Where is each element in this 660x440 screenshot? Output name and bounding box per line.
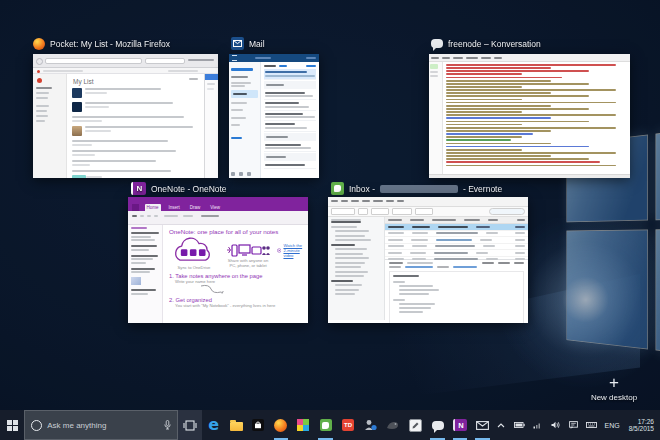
evernote-title-redacted bbox=[380, 185, 458, 193]
taskbar-store-icon[interactable] bbox=[247, 410, 269, 440]
tray-keyboard-icon[interactable] bbox=[584, 422, 599, 428]
thumbnail-firefox[interactable]: My List bbox=[33, 54, 218, 178]
evernote-menu-bar bbox=[328, 197, 528, 207]
window-label-firefox[interactable]: Pocket: My List - Mozilla Firefox bbox=[33, 36, 170, 51]
firefox-icon bbox=[33, 38, 45, 50]
onenote-step2-sub: You start with "My Notebook" - everythin… bbox=[175, 303, 305, 308]
tray-volume-icon[interactable] bbox=[548, 421, 563, 429]
taskbar-file-explorer-icon[interactable] bbox=[225, 410, 247, 440]
tab-draw[interactable]: Draw bbox=[188, 204, 203, 211]
thumbnail-konversation[interactable] bbox=[429, 54, 630, 178]
system-tray: ENG 17:26 8/5/2015 bbox=[494, 410, 660, 440]
thumbnail-onenote[interactable]: Home Insert Draw View OneNote: one place… bbox=[128, 197, 308, 323]
window-label-evernote[interactable]: Inbox - - Evernote bbox=[331, 181, 502, 196]
window-label-onenote[interactable]: N OneNote - OneNote bbox=[131, 181, 227, 196]
pocket-logo bbox=[37, 78, 42, 83]
pocket-icon bbox=[37, 70, 40, 73]
onenote-page-list bbox=[128, 225, 163, 323]
taskbar-photos-app-icon[interactable] bbox=[292, 410, 314, 440]
clock[interactable]: 17:26 8/5/2015 bbox=[626, 418, 657, 433]
microphone-icon[interactable] bbox=[164, 420, 171, 430]
evernote-note-list bbox=[385, 217, 528, 260]
new-desktop-label: New desktop bbox=[582, 393, 646, 402]
tray-date: 8/5/2015 bbox=[629, 425, 654, 433]
windows-logo-icon bbox=[7, 420, 18, 431]
tray-action-center-icon[interactable] bbox=[566, 421, 581, 429]
cortana-search-input[interactable]: Ask me anything bbox=[24, 410, 178, 440]
mail-folder-inbox bbox=[231, 90, 258, 98]
onenote-icon: N bbox=[131, 182, 146, 195]
tab-view[interactable]: View bbox=[208, 204, 222, 211]
search-placeholder: Ask me anything bbox=[47, 421, 106, 430]
back-button-icon bbox=[36, 58, 43, 65]
onenote-window-title: OneNote - OneNote bbox=[151, 184, 227, 194]
plus-icon: + bbox=[582, 376, 646, 390]
tray-network-icon[interactable] bbox=[530, 422, 545, 429]
evernote-toolbar bbox=[328, 207, 528, 217]
konversation-tab-list bbox=[429, 62, 443, 174]
start-button[interactable] bbox=[0, 410, 24, 440]
task-view-button[interactable] bbox=[178, 410, 202, 440]
taskbar-konversation-icon[interactable] bbox=[426, 410, 448, 440]
task-view-icon bbox=[183, 420, 197, 431]
taskbar-evernote-icon[interactable] bbox=[314, 410, 336, 440]
konversation-icon bbox=[431, 39, 443, 48]
onenote-video-link[interactable]: Watch the 2-minute video bbox=[283, 243, 302, 258]
taskbar-dark-app-icon[interactable] bbox=[382, 410, 404, 440]
cortana-icon bbox=[31, 420, 42, 431]
taskbar-firefox-icon[interactable] bbox=[270, 410, 292, 440]
hamburger-icon bbox=[232, 55, 237, 61]
window-label-mail[interactable]: Mail bbox=[231, 36, 265, 51]
new-desktop-button[interactable]: + New desktop bbox=[582, 376, 646, 402]
onenote-page-content: OneNote: one place for all of your notes… bbox=[163, 225, 308, 323]
tray-battery-icon[interactable] bbox=[512, 422, 527, 428]
squiggle-arrow bbox=[199, 284, 225, 296]
mail-title-bar bbox=[229, 54, 319, 62]
konversation-menu-bar bbox=[429, 54, 630, 62]
evernote-title-prefix: Inbox - bbox=[349, 184, 375, 194]
konversation-status-bar bbox=[429, 174, 630, 178]
evernote-note-editor bbox=[385, 260, 528, 323]
evernote-sidebar bbox=[328, 217, 385, 320]
konversation-chat-log bbox=[443, 62, 630, 174]
tray-time: 17:26 bbox=[629, 418, 654, 426]
firefox-toolbar bbox=[33, 54, 218, 68]
evernote-icon bbox=[331, 182, 344, 195]
onenote-sync-label: Sync to OneDrive bbox=[169, 265, 219, 270]
taskbar-edge-icon[interactable]: e bbox=[202, 410, 224, 440]
mail-window-title: Mail bbox=[249, 39, 265, 49]
taskbar-td-app-icon[interactable]: TD bbox=[337, 410, 359, 440]
tab-home[interactable]: Home bbox=[145, 204, 161, 211]
thumbnail-evernote[interactable] bbox=[328, 197, 528, 323]
taskbar-contact-app-icon[interactable] bbox=[359, 410, 381, 440]
firefox-window-title: Pocket: My List - Mozilla Firefox bbox=[50, 39, 170, 49]
taskbar-mail-icon[interactable] bbox=[471, 410, 493, 440]
mail-folder-pane bbox=[229, 62, 261, 178]
tab-insert[interactable]: Insert bbox=[167, 204, 182, 211]
devices-graphic bbox=[226, 242, 270, 258]
onenote-share-label: Share with anyone on PC, phone, or table… bbox=[226, 258, 270, 268]
mail-icon bbox=[231, 37, 244, 50]
thumbnail-mail[interactable] bbox=[229, 54, 319, 178]
evernote-title-suffix: - Evernote bbox=[463, 184, 502, 194]
pocket-sidebar bbox=[33, 74, 67, 178]
konversation-window-title: freenode – Konversation bbox=[448, 39, 541, 49]
tray-chevron-icon[interactable] bbox=[494, 423, 509, 428]
taskbar: Ask me anything e TD bbox=[0, 410, 660, 440]
taskbar-onenote-icon[interactable]: N bbox=[449, 410, 471, 440]
onenote-ribbon-tabs: Home Insert Draw View bbox=[128, 203, 308, 211]
taskbar-notes-app-icon[interactable] bbox=[404, 410, 426, 440]
desktop-task-view: Pocket: My List - Mozilla Firefox Mail f… bbox=[0, 0, 660, 440]
pocket-list: My List bbox=[67, 74, 204, 178]
onenote-ribbon bbox=[128, 211, 308, 225]
onenote-step1-sub: Write your name here bbox=[175, 279, 305, 284]
onenote-heading: OneNote: one place for all of your notes bbox=[169, 228, 305, 235]
cloud-graphic bbox=[169, 237, 219, 265]
window-label-konversation[interactable]: freenode – Konversation bbox=[431, 36, 541, 51]
mail-message-list bbox=[261, 62, 319, 178]
firefox-side-panel bbox=[204, 74, 218, 178]
play-video-icon[interactable] bbox=[277, 245, 281, 256]
pocket-page-heading: My List bbox=[73, 78, 199, 85]
language-indicator[interactable]: ENG bbox=[602, 422, 623, 429]
